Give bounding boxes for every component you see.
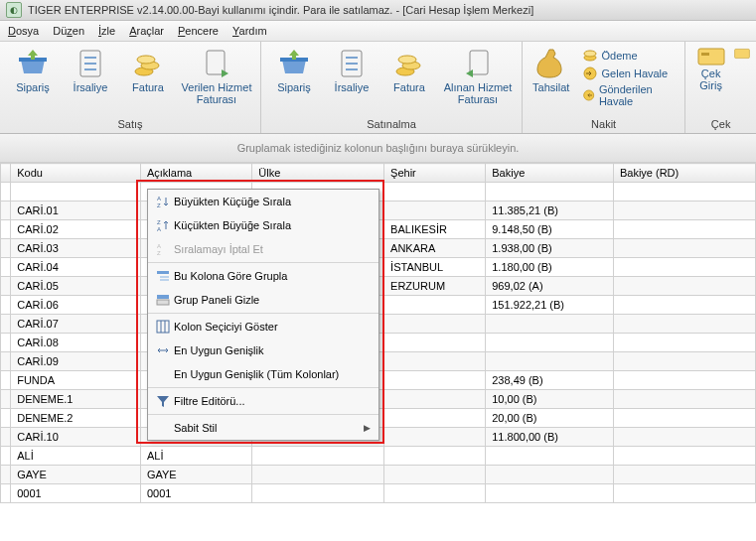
cell[interactable]: CARİ.07	[11, 315, 141, 334]
cell[interactable]: 9.148,50 (B)	[486, 220, 614, 239]
cm-sort-asc[interactable]: ZA Küçükten Büyüğe Sırala	[148, 213, 378, 237]
cell[interactable]	[613, 484, 755, 503]
row-indicator[interactable]	[1, 334, 11, 352]
cm-filter-editor[interactable]: Filtre Editörü...	[148, 389, 378, 413]
row-indicator[interactable]	[1, 258, 11, 277]
cell[interactable]	[613, 409, 755, 428]
row-indicator[interactable]	[1, 428, 11, 447]
satis-irsaliye-button[interactable]: İrsaliye	[62, 44, 119, 97]
group-panel[interactable]: Gruplamak istediğiniz kolonun başlığını …	[0, 134, 756, 163]
cell[interactable]: DENEME.2	[11, 409, 141, 428]
cell[interactable]: CARİ.10	[11, 428, 141, 447]
cell[interactable]	[384, 296, 486, 315]
cell[interactable]: ALİ	[140, 447, 251, 466]
cell[interactable]: CARİ.02	[11, 220, 141, 239]
cell[interactable]	[384, 409, 486, 428]
cell[interactable]	[613, 390, 755, 409]
cell[interactable]	[384, 484, 486, 503]
cell[interactable]: FUNDA	[11, 371, 141, 390]
cm-best-fit-all[interactable]: En Uygun Genişlik (Tüm Kolonlar)	[148, 362, 378, 386]
cell[interactable]: CARİ.01	[11, 202, 141, 220]
table-row[interactable]: ALİALİ	[1, 447, 756, 466]
cell[interactable]	[384, 352, 486, 371]
nakit-tahsilat-button[interactable]: Tahsilat	[527, 44, 576, 97]
cell[interactable]: BALIKESİR	[384, 220, 486, 239]
cell[interactable]	[486, 315, 614, 334]
cell[interactable]	[252, 447, 384, 466]
cell[interactable]: ALİ	[11, 447, 141, 466]
cell[interactable]	[613, 258, 755, 277]
nakit-gelen-havale-button[interactable]: Gelen Havale	[582, 66, 676, 81]
satis-fatura-button[interactable]: Fatura	[119, 44, 177, 97]
cell[interactable]	[384, 466, 486, 484]
row-indicator[interactable]	[1, 315, 11, 334]
row-indicator[interactable]	[1, 296, 11, 315]
cell[interactable]	[613, 239, 755, 258]
cell[interactable]: ERZURUM	[384, 277, 486, 296]
cell[interactable]: 11.385,21 (B)	[486, 202, 614, 220]
cell[interactable]: DENEME.1	[11, 390, 141, 409]
cell[interactable]: 238,49 (B)	[486, 371, 614, 390]
cm-fixed-style[interactable]: Sabit Stil ▶	[148, 416, 378, 440]
row-indicator[interactable]	[1, 239, 11, 258]
cell[interactable]: CARİ.03	[11, 239, 141, 258]
cell[interactable]	[384, 428, 486, 447]
cell[interactable]: GAYE	[140, 466, 251, 484]
cell[interactable]	[486, 334, 614, 352]
cell[interactable]	[613, 371, 755, 390]
col-sehir[interactable]: Şehir	[384, 164, 486, 183]
cell[interactable]: 151.922,21 (B)	[486, 296, 614, 315]
cm-sort-desc[interactable]: AZ Büyükten Küçüğe Sırala	[148, 190, 378, 213]
cell[interactable]	[613, 428, 755, 447]
menu-dosya[interactable]: Dosya	[8, 25, 39, 37]
nakit-gonderilen-havale-button[interactable]: Gönderilen Havale	[582, 83, 676, 107]
cell[interactable]: İSTANBUL	[384, 258, 486, 277]
cell[interactable]: 20,00 (B)	[486, 409, 614, 428]
cell[interactable]	[613, 334, 755, 352]
cek-giris-button[interactable]: Çek Giriş	[689, 44, 732, 91]
menu-araclar[interactable]: Araçlar	[129, 25, 164, 37]
cell[interactable]	[384, 315, 486, 334]
cell[interactable]: CARİ.04	[11, 258, 141, 277]
cell[interactable]	[384, 371, 486, 390]
satinalma-siparis-button[interactable]: Sipariş	[265, 44, 323, 97]
cell[interactable]: 11.800,00 (B)	[486, 428, 614, 447]
cell[interactable]: CARİ.09	[11, 352, 141, 371]
cell[interactable]	[486, 484, 614, 503]
col-bakiye-rd[interactable]: Bakiye (RD)	[613, 164, 755, 183]
cell[interactable]: 0001	[140, 484, 251, 503]
cell[interactable]: CARİ.06	[11, 296, 141, 315]
cell[interactable]: 969,02 (A)	[486, 277, 614, 296]
cell[interactable]	[613, 277, 755, 296]
cell[interactable]: 10,00 (B)	[486, 390, 614, 409]
cell[interactable]	[613, 447, 755, 466]
row-indicator[interactable]	[1, 277, 11, 296]
cell[interactable]	[486, 466, 614, 484]
row-indicator[interactable]	[1, 183, 11, 202]
row-indicator[interactable]	[1, 202, 11, 220]
cell[interactable]	[384, 390, 486, 409]
cell[interactable]	[613, 352, 755, 371]
cell[interactable]: ANKARA	[384, 239, 486, 258]
cell[interactable]	[486, 352, 614, 371]
col-aciklama[interactable]: Açıklama	[140, 164, 251, 183]
menu-izle[interactable]: İzle	[98, 25, 115, 37]
cell[interactable]	[613, 296, 755, 315]
cell[interactable]	[384, 202, 486, 220]
menu-pencere[interactable]: Pencere	[178, 25, 219, 37]
col-ulke[interactable]: Ülke	[252, 164, 384, 183]
row-indicator[interactable]	[1, 466, 11, 484]
menu-yardim[interactable]: Yardım	[232, 25, 267, 37]
cell[interactable]: CARİ.05	[11, 277, 141, 296]
table-row[interactable]: 00010001	[1, 484, 756, 503]
cell[interactable]	[11, 183, 141, 202]
satinalma-fatura-button[interactable]: Fatura	[380, 44, 438, 97]
cell[interactable]	[613, 183, 755, 202]
table-row[interactable]: GAYEGAYE	[1, 466, 756, 484]
cm-hide-group-panel[interactable]: Grup Paneli Gizle	[148, 288, 378, 312]
satis-verilen-hizmet-button[interactable]: Verilen Hizmet Faturası	[177, 44, 256, 109]
row-indicator[interactable]	[1, 409, 11, 428]
cell[interactable]	[613, 466, 755, 484]
cell[interactable]	[486, 447, 614, 466]
cell[interactable]	[252, 484, 384, 503]
